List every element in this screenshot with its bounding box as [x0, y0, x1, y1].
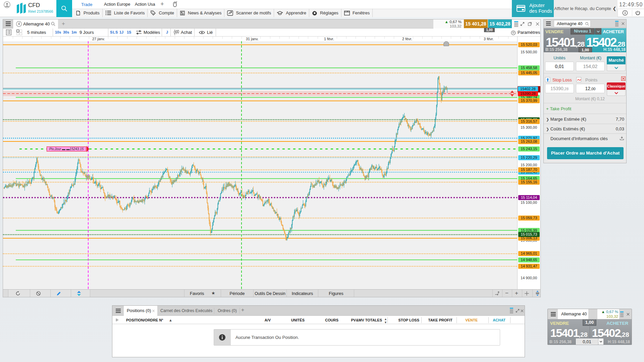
svg-text:4: 4: [18, 22, 20, 26]
